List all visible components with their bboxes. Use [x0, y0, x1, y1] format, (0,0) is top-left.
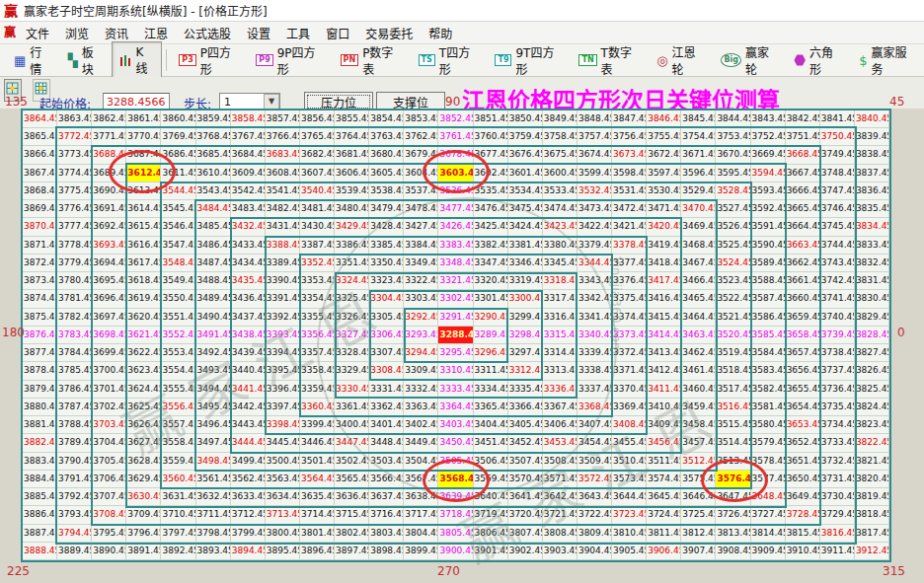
grid-cell: 3823.45: [855, 416, 889, 434]
grid-cell: 3358.45: [300, 362, 335, 380]
grid-cell: 3452.45: [508, 434, 543, 452]
price-square-grid: 3864.453863.453862.453861.453860.453859.…: [21, 109, 891, 562]
grid-cell: 3804.45: [404, 525, 438, 543]
toolbar-button-candlestick[interactable]: K线: [112, 41, 162, 80]
toolbar-button-9p-square[interactable]: P99P四方形: [248, 39, 332, 81]
grid-cell: 3563.45: [266, 471, 300, 488]
grid-cell: 3580.45: [751, 416, 786, 434]
grid-cell: 3625.45: [126, 399, 161, 416]
grid-cell: 3792.45: [57, 488, 92, 506]
grid-cell: 3733.45: [820, 434, 855, 452]
grid-cell: 3426.45: [438, 218, 473, 236]
grid-cell: 3396.45: [266, 381, 300, 399]
toolbar-button-hexagon[interactable]: 六角形: [786, 39, 851, 81]
grid-cell: 3781.45: [57, 290, 92, 308]
grid-cell: 3889.45: [57, 543, 92, 560]
grid-cell: 3351.45: [335, 255, 369, 272]
grid-cell: 3769.45: [161, 128, 195, 146]
grid-cell: 3811.45: [647, 525, 681, 543]
grid-cell: 3735.45: [820, 399, 855, 416]
grid-cell: 3884.45: [23, 471, 57, 488]
grid-cell: 3764.45: [335, 128, 369, 146]
grid-cell: 3425.45: [474, 218, 508, 236]
grid-cell: 3300.45: [508, 290, 543, 308]
9t-square-icon: T9: [495, 54, 511, 66]
grid-cell: 3675.45: [543, 146, 578, 164]
grid-cell: 3883.45: [23, 453, 57, 471]
grid-cell: 3550.45: [161, 290, 195, 308]
grid-cell: 3480.45: [335, 200, 369, 218]
grid-cell: 3843.45: [751, 110, 786, 128]
toolbar-button-label: P四方形: [200, 43, 241, 77]
grid-cell: 3813.45: [716, 525, 750, 543]
grid-cell: 3824.45: [855, 399, 889, 416]
grid-cell: 3339.45: [578, 344, 612, 362]
grid-cell: 3599.45: [578, 165, 612, 182]
toolbar-button-t-square[interactable]: TST四方形: [411, 39, 488, 81]
grid-cell: 3492.45: [196, 344, 231, 362]
grid-cell: 3683.45: [266, 146, 300, 164]
grid-cell: 3705.45: [92, 453, 126, 471]
grid-cell: 3409.45: [647, 416, 681, 434]
grid-cell: 3577.45: [751, 471, 786, 488]
toolbar-button-p-square[interactable]: P3P四方形: [171, 39, 248, 81]
grid-cell: 3336.45: [543, 381, 578, 399]
grid-cell: 3350.45: [369, 255, 404, 272]
grid-cell: 3898.45: [369, 543, 404, 560]
grid-cell: 3454.45: [578, 434, 612, 452]
grid-cell: 3323.45: [369, 272, 404, 290]
toolbar-button-winner-wheel[interactable]: Big赢家轮: [713, 39, 786, 81]
grid-cell: 3871.45: [23, 237, 57, 255]
grid-cell: 3682.45: [300, 146, 335, 164]
grid-cell: 3306.45: [369, 327, 404, 344]
grid-cell: 3329.45: [335, 362, 369, 380]
grid-cell: 3716.45: [369, 506, 404, 524]
toolbar-button-9t-square[interactable]: T99T四方形: [487, 39, 571, 81]
grid-cell: 3488.45: [196, 272, 231, 290]
grid-cell: 3574.45: [647, 471, 681, 488]
grid-cell: 3536.45: [438, 182, 473, 200]
grid-cell: 3817.45: [855, 525, 889, 543]
grid-cell: 3893.45: [196, 543, 231, 560]
grid-cell: 3565.45: [335, 471, 369, 488]
grid-cell: 3672.45: [647, 146, 681, 164]
grid-cell: 3759.45: [508, 128, 543, 146]
grid-cell: 3513.45: [716, 453, 750, 471]
grid-cell: 3783.45: [57, 327, 92, 344]
grid-cell: 3873.45: [23, 272, 57, 290]
grid-cell: 3482.45: [266, 200, 300, 218]
grid-cell: 3863.45: [57, 110, 92, 128]
grid-cell: 3439.45: [231, 344, 266, 362]
grid-cell: 3312.45: [508, 362, 543, 380]
toolbar-button-blocks[interactable]: ▚板块: [60, 39, 112, 81]
grid-cell: 3506.45: [474, 453, 508, 471]
grid-cell: 3334.45: [474, 381, 508, 399]
toolbar-button-gann-wheel[interactable]: ◎江恩轮: [649, 39, 713, 81]
grid-cell: 3673.45: [612, 146, 647, 164]
grid-cell: 3905.45: [612, 543, 647, 560]
grid-cell: 3808.45: [543, 525, 578, 543]
grid-cell: 3290.45: [474, 309, 508, 327]
toolbar-button-quotes-table[interactable]: ▦行情: [6, 39, 60, 81]
grid-cell: 3511.45: [647, 453, 681, 471]
grid-cell: 3743.45: [820, 255, 855, 272]
grid-cell: 3288.45: [438, 327, 473, 344]
grid-cell: 3411.45: [647, 381, 681, 399]
grid-cell: 3649.45: [786, 488, 820, 506]
grid-cell: 3670.45: [716, 146, 750, 164]
control-row: 135 起始价格: 步长: 1▼ 压力位 支撑位 90 江恩价格四方形次日关键位…: [0, 92, 924, 109]
grid-cell: 3693.45: [92, 237, 126, 255]
grid-cell: 3428.45: [369, 218, 404, 236]
grid-cell: 3867.45: [23, 165, 57, 182]
grid-cell: 3479.45: [369, 200, 404, 218]
grid-cell: 3711.45: [196, 506, 231, 524]
grid-cell: 3437.45: [231, 309, 266, 327]
toolbar-button-service-dollar[interactable]: $赢家服务: [851, 39, 924, 81]
grid-cell: 3383.45: [438, 237, 473, 255]
toolbar-button-p-table[interactable]: PNP数字表: [333, 39, 411, 81]
grid-cell: 3708.45: [92, 506, 126, 524]
grid-cell: 3834.45: [855, 218, 889, 236]
quotes-table-icon: ▦: [14, 54, 26, 67]
grid-cell: 3723.45: [612, 506, 647, 524]
toolbar-button-t-table[interactable]: TNT数字表: [571, 39, 649, 81]
